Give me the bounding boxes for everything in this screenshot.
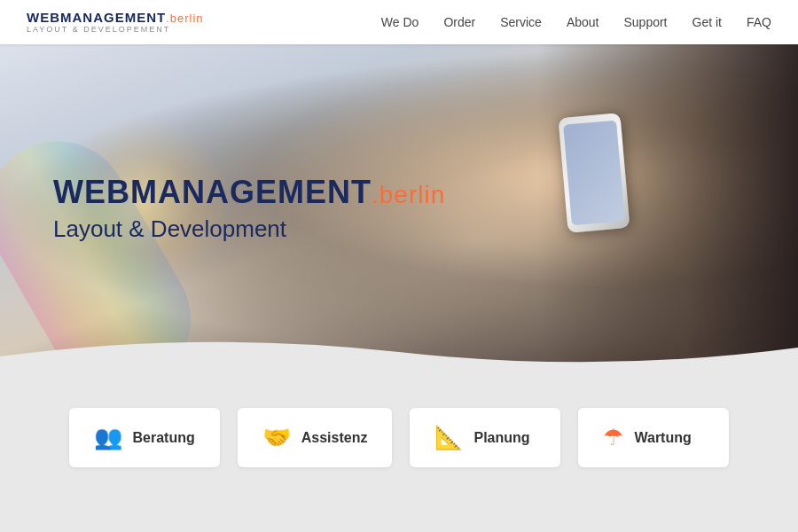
services-section: 👥Beratung🤝Assistenz📐Planung☂Wartung bbox=[0, 372, 798, 485]
phone-shape bbox=[558, 113, 630, 233]
nav-about[interactable]: About bbox=[567, 15, 599, 29]
service-planung[interactable]: 📐Planung bbox=[410, 408, 560, 467]
service-wartung[interactable]: ☂Wartung bbox=[578, 408, 729, 467]
service-beratung-icon: 👥 bbox=[94, 424, 122, 451]
service-assistenz-label: Assistenz bbox=[301, 430, 368, 446]
service-beratung-label: Beratung bbox=[133, 430, 195, 446]
hero-hand bbox=[497, 98, 692, 364]
logo[interactable]: WEBMANAGEMENT.berlin Layout & Developeme… bbox=[27, 11, 204, 35]
hero-text: WEBMANAGEMENT.berlin Layout & Developmen… bbox=[53, 175, 445, 243]
phone-screen bbox=[563, 121, 625, 226]
logo-sub: Layout & Developement bbox=[27, 25, 204, 34]
nav-faq[interactable]: FAQ bbox=[747, 15, 771, 29]
main-header: WEBMANAGEMENT.berlin Layout & Developeme… bbox=[0, 0, 798, 44]
hero-wave-svg bbox=[0, 330, 798, 372]
hero-subtitle: Layout & Development bbox=[53, 215, 445, 242]
nav-service[interactable]: Service bbox=[500, 15, 542, 29]
service-wartung-icon: ☂ bbox=[603, 424, 623, 451]
service-beratung[interactable]: 👥Beratung bbox=[69, 408, 220, 467]
nav-get-it[interactable]: Get it bbox=[692, 15, 722, 29]
service-planung-icon: 📐 bbox=[434, 424, 463, 451]
hero-section: WEBMANAGEMENT.berlin Layout & Developmen… bbox=[0, 44, 798, 372]
service-wartung-label: Wartung bbox=[634, 430, 691, 446]
nav-support[interactable]: Support bbox=[623, 15, 667, 29]
service-planung-label: Planung bbox=[473, 430, 529, 446]
hero-title: WEBMANAGEMENT.berlin bbox=[53, 175, 445, 210]
service-assistenz-icon: 🤝 bbox=[262, 424, 291, 451]
service-assistenz[interactable]: 🤝Assistenz bbox=[238, 408, 393, 467]
main-nav: We DoOrderServiceAboutSupportGet itFAQ bbox=[381, 15, 771, 29]
logo-main: WEBMANAGEMENT.berlin bbox=[27, 11, 204, 26]
nav-we-do[interactable]: We Do bbox=[381, 15, 419, 29]
nav-order[interactable]: Order bbox=[443, 15, 475, 29]
